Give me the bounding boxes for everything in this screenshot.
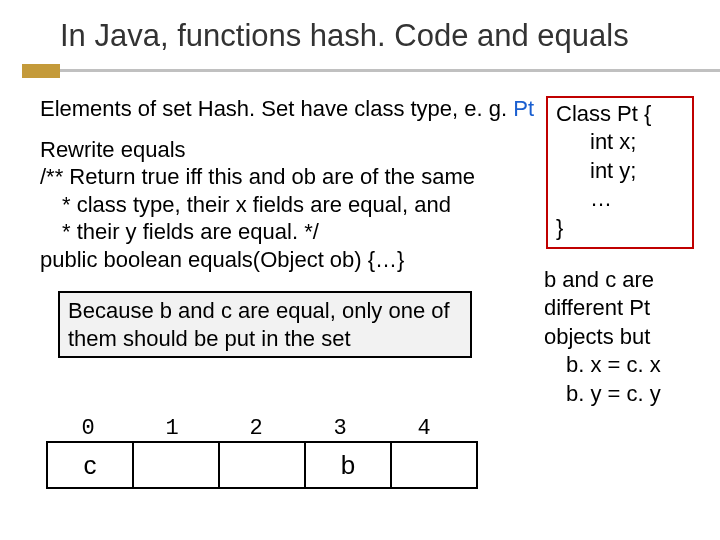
note-text: Because b and c are equal, only one of t… [68, 298, 450, 351]
class-definition-box: Class Pt { int x; int y; … } [546, 96, 694, 249]
comment-line-3: * their y fields are equal. */ [40, 218, 500, 246]
intro-type: Pt [513, 96, 534, 121]
title-rule [0, 64, 720, 78]
index-2: 2 [214, 416, 298, 441]
equality-note: b and c are different Pt objects but b. … [544, 266, 694, 409]
comment-line-1: /** Return true iff this and ob are of t… [40, 163, 500, 191]
index-4: 4 [382, 416, 466, 441]
class-field-2: int y; [556, 157, 686, 186]
index-0: 0 [46, 416, 130, 441]
index-1: 1 [130, 416, 214, 441]
rule-accent-box [22, 64, 60, 78]
slide-title: In Java, functions hash. Code and equals [60, 18, 680, 54]
class-field-1: int x; [556, 128, 686, 157]
rewrite-line: Rewrite equals [40, 136, 500, 164]
eq-line-1: b and c are [544, 266, 694, 295]
intro-text: Elements of set Hash. Set have class typ… [40, 96, 513, 121]
code-description: Rewrite equals /** Return true iff this … [40, 136, 500, 274]
array-cells: c b [46, 441, 478, 489]
rule-line [60, 69, 720, 72]
class-open: Class Pt { [556, 100, 686, 129]
eq-line-3: objects but [544, 323, 694, 352]
cell-3: b [304, 441, 392, 489]
cell-2 [218, 441, 306, 489]
comment-line-2: * class type, their x fields are equal, … [40, 191, 500, 219]
cell-0: c [46, 441, 134, 489]
content-area: Elements of set Hash. Set have class typ… [0, 78, 720, 359]
array-visual: 0 1 2 3 4 c b [46, 416, 478, 489]
cell-1 [132, 441, 220, 489]
index-3: 3 [298, 416, 382, 441]
cell-4 [390, 441, 478, 489]
title-block: In Java, functions hash. Code and equals [0, 0, 720, 54]
class-dots: … [556, 185, 686, 214]
class-close: } [556, 214, 686, 243]
eq-line-5: b. y = c. y [544, 380, 694, 409]
eq-line-4: b. x = c. x [544, 351, 694, 380]
note-box: Because b and c are equal, only one of t… [58, 291, 472, 358]
array-indices: 0 1 2 3 4 [46, 416, 478, 441]
method-signature: public boolean equals(Object ob) {…} [40, 246, 500, 274]
eq-line-2: different Pt [544, 294, 694, 323]
